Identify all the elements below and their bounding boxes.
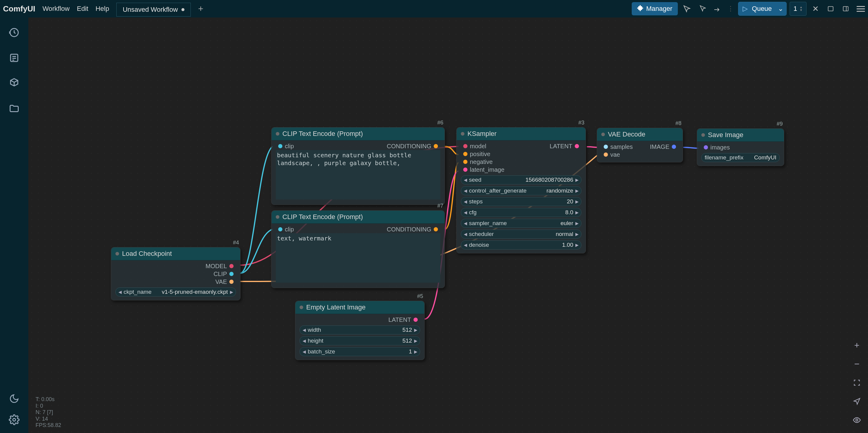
- node-id: #6: [437, 120, 443, 126]
- port-conditioning-out[interactable]: [434, 144, 438, 148]
- node-vae-decode[interactable]: #8 VAE Decode samples vae IMAGE: [597, 128, 683, 162]
- port-vae-out[interactable]: [229, 280, 234, 284]
- stat-time: T: 0.00s: [36, 396, 61, 403]
- scheduler-widget[interactable]: ◀schedulernormal▶: [461, 229, 581, 239]
- add-tab-button[interactable]: +: [198, 4, 204, 14]
- settings-icon[interactable]: [8, 414, 20, 426]
- manager-label: Manager: [646, 5, 673, 13]
- manager-button[interactable]: Manager: [632, 2, 678, 16]
- port-latent-out[interactable]: [575, 144, 579, 148]
- positive-prompt-input[interactable]: [276, 150, 440, 199]
- node-title: Empty Latent Image: [306, 303, 366, 311]
- port-model-in[interactable]: [463, 144, 467, 148]
- zoom-in-button[interactable]: +: [850, 338, 864, 352]
- history-icon[interactable]: [8, 27, 20, 38]
- puzzle-icon: [637, 4, 644, 13]
- port-negative-in[interactable]: [463, 160, 467, 164]
- stat-n: N: 7 [7]: [36, 409, 61, 416]
- fit-view-button[interactable]: [850, 376, 864, 390]
- folder-icon[interactable]: [8, 102, 20, 115]
- node-title: Save Image: [708, 131, 743, 139]
- port-clip-out[interactable]: [229, 272, 234, 276]
- node-id: #7: [437, 203, 443, 209]
- width-widget[interactable]: ◀width512▶: [300, 326, 420, 335]
- node-id: #9: [777, 121, 783, 127]
- cfg-widget[interactable]: ◀cfg8.0▶: [461, 208, 581, 217]
- node-ksampler[interactable]: #3 KSampler model positive negative late…: [456, 127, 586, 253]
- queue-dropdown-icon[interactable]: ⌄: [775, 5, 786, 13]
- port-latent-out[interactable]: [413, 318, 418, 322]
- app-logo: ComfyUI: [3, 4, 35, 13]
- node-load-checkpoint[interactable]: #4 Load Checkpoint MODEL CLIP VAE ◀ckpt_…: [111, 247, 241, 301]
- node-id: #5: [417, 293, 423, 300]
- node-title: CLIP Text Encode (Prompt): [282, 213, 363, 221]
- zoom-out-button[interactable]: −: [850, 357, 864, 371]
- node-library-icon[interactable]: [8, 77, 20, 89]
- svg-point-7: [13, 419, 16, 421]
- node-canvas[interactable]: #4 Load Checkpoint MODEL CLIP VAE ◀ckpt_…: [28, 18, 868, 433]
- batch-count-input[interactable]: 1 ▲▼: [789, 2, 807, 16]
- port-image-out[interactable]: [672, 145, 676, 149]
- node-id: #3: [578, 120, 584, 126]
- node-clip-encode-positive[interactable]: #6 CLIP Text Encode (Prompt) clip CONDIT…: [271, 127, 445, 205]
- svg-point-8: [856, 419, 858, 421]
- queue-label: Queue: [752, 5, 775, 13]
- denoise-widget[interactable]: ◀denoise1.00▶: [461, 241, 581, 249]
- node-id: #8: [675, 120, 681, 127]
- nav-icon-2[interactable]: [696, 3, 708, 15]
- play-icon: ▷: [738, 5, 752, 13]
- workflow-tab[interactable]: Unsaved Workflow: [116, 3, 191, 17]
- stat-fps: FPS:58.82: [36, 422, 61, 429]
- filename-prefix-widget[interactable]: filename_prefixComfyUI: [701, 153, 780, 162]
- toggle-visibility-button[interactable]: [850, 413, 864, 427]
- panel-toggle-2[interactable]: [840, 3, 852, 15]
- height-widget[interactable]: ◀height512▶: [300, 336, 420, 345]
- port-vae-in[interactable]: [604, 152, 608, 157]
- svg-rect-0: [828, 7, 833, 11]
- top-menu-bar: ComfyUI Workflow Edit Help Unsaved Workf…: [0, 0, 868, 18]
- edge-overlay: [28, 18, 868, 433]
- stat-i: I: 0: [36, 403, 61, 409]
- theme-toggle-icon[interactable]: [8, 393, 20, 405]
- port-samples-in[interactable]: [604, 145, 608, 149]
- port-latent-in[interactable]: [463, 167, 467, 172]
- ckpt-name-widget[interactable]: ◀ckpt_name v1-5-pruned-emaonly.ckpt▶: [116, 287, 236, 297]
- canvas-stats: T: 0.00s I: 0 N: 7 [7] V: 14 FPS:58.82: [36, 396, 61, 429]
- close-button[interactable]: ✕: [809, 3, 822, 15]
- node-title: CLIP Text Encode (Prompt): [282, 130, 363, 138]
- port-conditioning-out[interactable]: [434, 227, 438, 231]
- steps-widget[interactable]: ◀steps20▶: [461, 197, 581, 206]
- menu-help[interactable]: Help: [96, 5, 109, 13]
- reset-view-button[interactable]: [681, 3, 693, 15]
- svg-rect-1: [843, 7, 848, 11]
- queue-list-icon[interactable]: [8, 52, 20, 64]
- batch-size-widget[interactable]: ◀batch_size1▶: [300, 347, 420, 356]
- port-clip-in[interactable]: [278, 144, 282, 148]
- node-title: KSampler: [467, 130, 497, 138]
- locate-button[interactable]: [850, 395, 864, 408]
- seed-widget[interactable]: ◀seed156680208700286▶: [461, 175, 581, 184]
- node-empty-latent[interactable]: #5 Empty Latent Image LATENT ◀width512▶ …: [295, 301, 425, 360]
- port-images-in[interactable]: [704, 145, 708, 150]
- port-clip-in[interactable]: [278, 227, 282, 231]
- panel-toggle-1[interactable]: [825, 3, 837, 15]
- out-vae: VAE: [215, 278, 227, 285]
- sampler-name-widget[interactable]: ◀sampler_nameeuler▶: [461, 219, 581, 228]
- out-model: MODEL: [206, 263, 227, 270]
- node-clip-encode-negative[interactable]: #7 CLIP Text Encode (Prompt) clip CONDIT…: [271, 210, 445, 288]
- hamburger-menu[interactable]: [857, 6, 865, 12]
- stat-v: V: 14: [36, 416, 61, 423]
- queue-button[interactable]: ▷ Queue ⌄: [738, 2, 786, 16]
- menu-workflow[interactable]: Workflow: [42, 5, 70, 13]
- menu-edit[interactable]: Edit: [77, 5, 88, 13]
- control-after-generate-widget[interactable]: ◀control_after_generaterandomize▶: [461, 186, 581, 195]
- stepper-arrows-icon[interactable]: ▲▼: [800, 6, 803, 12]
- node-save-image[interactable]: #9 Save Image images filename_prefixComf…: [697, 128, 784, 166]
- out-clip: CLIP: [214, 271, 227, 278]
- port-model-out[interactable]: [229, 264, 234, 268]
- share-button[interactable]: [711, 3, 723, 15]
- negative-prompt-input[interactable]: [276, 233, 440, 283]
- port-positive-in[interactable]: [463, 152, 467, 156]
- workflow-tab-title: Unsaved Workflow: [123, 6, 178, 13]
- unsaved-indicator-icon: [181, 8, 184, 11]
